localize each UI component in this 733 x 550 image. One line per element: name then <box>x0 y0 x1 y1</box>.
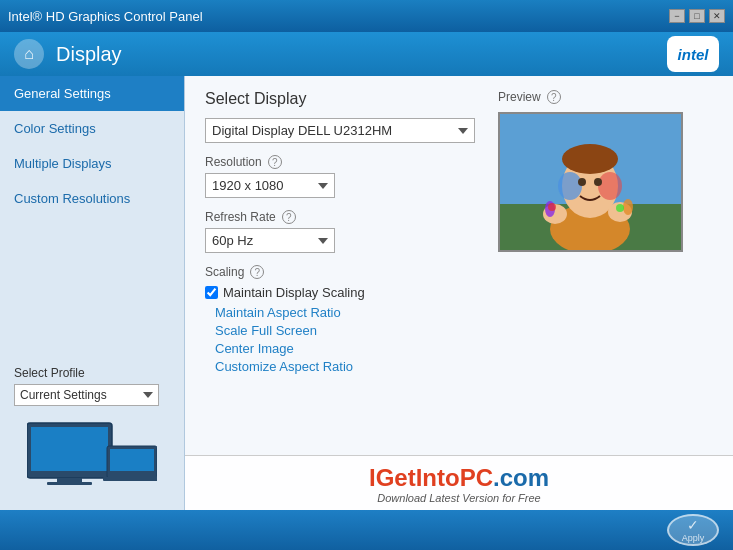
scaling-label: Scaling <box>205 265 244 279</box>
svg-point-21 <box>616 204 624 212</box>
preview-info-icon[interactable]: ? <box>547 90 561 104</box>
content-area: Select Display Digital Display DELL U231… <box>185 76 733 510</box>
content-main: Select Display Digital Display DELL U231… <box>205 90 713 386</box>
sidebar-item-custom-resolutions[interactable]: Custom Resolutions <box>0 181 184 216</box>
display-select[interactable]: Digital Display DELL U2312HM <box>205 118 475 143</box>
watermark-brand: IGetIntoPC.com <box>185 464 733 492</box>
sidebar-item-general-settings[interactable]: General Settings <box>0 76 184 111</box>
watermark-brand-suffix: .com <box>493 464 549 491</box>
svg-rect-1 <box>31 427 108 471</box>
watermark-tagline: Download Latest Version for Free <box>185 492 733 504</box>
svg-point-11 <box>562 144 618 174</box>
preview-panel: Preview ? <box>498 90 713 386</box>
svg-point-19 <box>623 199 633 215</box>
title-text: Intel® HD Graphics Control Panel <box>8 9 203 24</box>
title-bar-title: Intel® HD Graphics Control Panel <box>8 9 203 24</box>
svg-point-14 <box>578 178 586 186</box>
resolution-group: Resolution ? 1920 x 1080 <box>205 155 498 198</box>
display-select-group: Digital Display DELL U2312HM <box>205 118 498 143</box>
refresh-rate-select[interactable]: 60p Hz <box>205 228 335 253</box>
maintain-aspect-ratio-link[interactable]: Maintain Aspect Ratio <box>215 305 498 320</box>
home-button[interactable]: ⌂ <box>14 39 44 69</box>
watermark: IGetIntoPC.com Download Latest Version f… <box>185 455 733 510</box>
maximize-button[interactable]: □ <box>689 9 705 23</box>
resolution-label: Resolution <box>205 155 262 169</box>
resolution-select[interactable]: 1920 x 1080 <box>205 173 335 198</box>
preview-image-svg <box>500 114 681 250</box>
scale-full-screen-link[interactable]: Scale Full Screen <box>215 323 498 338</box>
main-container: General Settings Color Settings Multiple… <box>0 76 733 510</box>
refresh-rate-info-icon[interactable]: ? <box>282 210 296 224</box>
customize-aspect-ratio-link[interactable]: Customize Aspect Ratio <box>215 359 498 374</box>
svg-point-12 <box>558 172 582 200</box>
content-left: Select Display Digital Display DELL U231… <box>205 90 498 386</box>
refresh-rate-group: Refresh Rate ? 60p Hz <box>205 210 498 253</box>
resolution-info-icon[interactable]: ? <box>268 155 282 169</box>
svg-point-15 <box>594 178 602 186</box>
svg-rect-6 <box>103 477 157 481</box>
svg-rect-5 <box>110 449 154 471</box>
maintain-display-scaling-label: Maintain Display Scaling <box>223 285 365 300</box>
maintain-display-scaling-row: Maintain Display Scaling <box>205 285 498 300</box>
sidebar: General Settings Color Settings Multiple… <box>0 76 185 510</box>
title-bar: Intel® HD Graphics Control Panel − □ ✕ <box>0 0 733 32</box>
preview-label: Preview <box>498 90 541 104</box>
profile-select[interactable]: Current Settings <box>14 384 159 406</box>
maintain-display-scaling-checkbox[interactable] <box>205 286 218 299</box>
header-bar: ⌂ Display intel <box>0 32 733 76</box>
refresh-rate-label: Refresh Rate <box>205 210 276 224</box>
scaling-group: Scaling ? Maintain Display Scaling Maint… <box>205 265 498 374</box>
title-bar-controls: − □ ✕ <box>669 9 725 23</box>
preview-image <box>498 112 683 252</box>
watermark-brand-part1: IGetInto <box>369 464 460 491</box>
center-image-link[interactable]: Center Image <box>215 341 498 356</box>
close-button[interactable]: ✕ <box>709 9 725 23</box>
header-section-title: Display <box>56 43 122 66</box>
svg-point-13 <box>598 172 622 200</box>
watermark-brand-part2: PC <box>460 464 493 491</box>
bottom-bar: ✓ Apply <box>0 510 733 550</box>
intel-logo: intel <box>667 36 719 72</box>
apply-check-icon: ✓ <box>687 517 699 533</box>
select-profile-label: Select Profile <box>14 366 170 380</box>
monitor-icon <box>14 418 170 496</box>
svg-rect-3 <box>47 482 92 485</box>
sidebar-bottom: Select Profile Current Settings <box>0 356 184 510</box>
select-display-section-title: Select Display <box>205 90 498 108</box>
minimize-button[interactable]: − <box>669 9 685 23</box>
svg-point-20 <box>548 203 556 211</box>
apply-button[interactable]: ✓ Apply <box>667 514 719 546</box>
sidebar-item-color-settings[interactable]: Color Settings <box>0 111 184 146</box>
sidebar-item-multiple-displays[interactable]: Multiple Displays <box>0 146 184 181</box>
apply-label: Apply <box>682 533 705 543</box>
scaling-info-icon[interactable]: ? <box>250 265 264 279</box>
